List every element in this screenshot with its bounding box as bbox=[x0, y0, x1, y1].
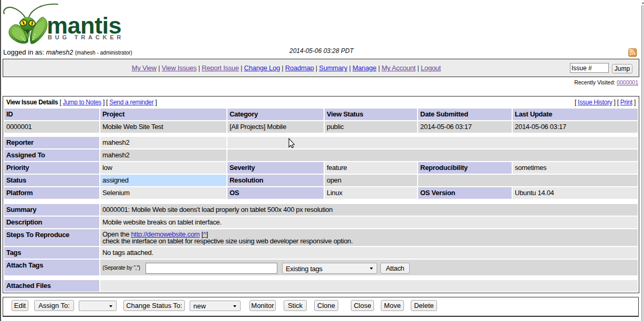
svg-text:BUG TRACKER: BUG TRACKER bbox=[48, 34, 124, 40]
